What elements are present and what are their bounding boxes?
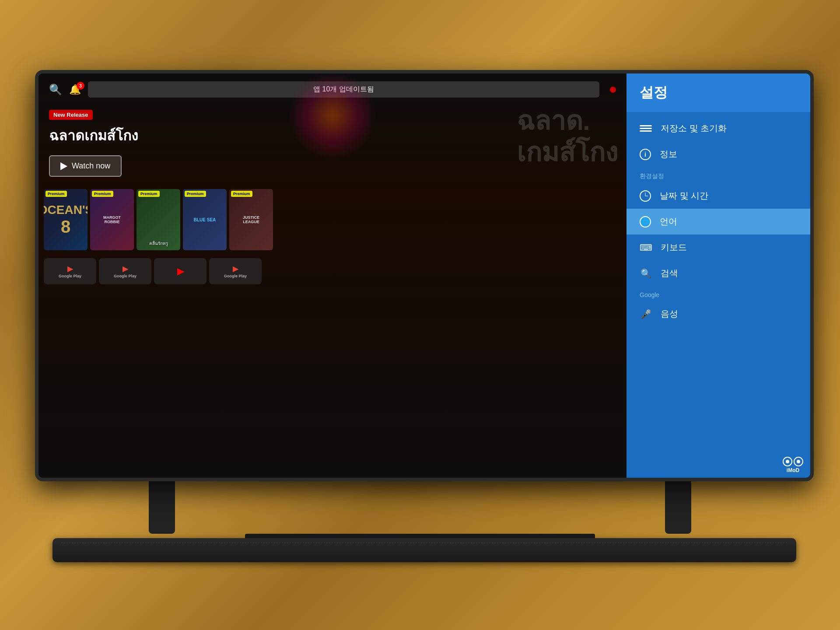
red-dot — [610, 87, 616, 93]
settings-menu: 저장소 및 초기화 i 정보 환경설정 날짜 및 — [626, 112, 810, 452]
imod-icon-left — [783, 457, 792, 466]
clock-icon — [640, 190, 651, 202]
movie-title-3: คลื่นรักทรู — [138, 240, 178, 247]
settings-title: 설정 — [640, 83, 797, 102]
movie-thumb-4[interactable]: BLUE SEA Premium — [183, 189, 227, 250]
soundbar — [52, 538, 796, 562]
app-tile-2[interactable]: ▶ Google Play — [99, 258, 151, 284]
storage-label: 저장소 및 초기화 — [661, 122, 727, 134]
language-label: 언어 — [660, 216, 677, 228]
movie-thumb-5[interactable]: JUSTICELEAGUE Premium — [229, 189, 273, 250]
voice-label: 음성 — [661, 308, 678, 320]
search-icon[interactable]: 🔍 — [49, 84, 62, 96]
settings-item-info[interactable]: i 정보 — [626, 141, 810, 167]
premium-badge-1: Premium — [46, 191, 67, 197]
settings-panel: 설정 저장소 및 초기화 i — [626, 74, 810, 478]
movie-thumb-bg-4: BLUE SEA — [183, 189, 227, 250]
app-label-4: Google Play — [224, 274, 247, 278]
premium-badge-4: Premium — [185, 191, 206, 197]
app-label-1: Google Play — [59, 274, 81, 278]
hero-bg-text: ฉลาด. เกมส์โกง — [517, 105, 618, 168]
top-bar: 🔍 🔔 3 앱 10개 업데이트됨 — [38, 74, 626, 105]
premium-badge-2: Premium — [92, 191, 113, 197]
info-label: 정보 — [660, 148, 677, 160]
app-label-2: Google Play — [114, 274, 136, 278]
notification-badge: 3 — [77, 82, 84, 90]
info-icon: i — [640, 149, 651, 160]
watch-now-button[interactable]: Watch now — [49, 155, 122, 177]
imod-icon-right — [794, 457, 803, 466]
new-release-badge: New Release — [49, 110, 93, 120]
premium-badge-3: Premium — [138, 191, 160, 197]
globe-icon: 🌐 — [640, 216, 651, 228]
movie-thumb-bg-1: OCEAN'S8 — [44, 189, 88, 250]
imod-watermark: iMoD — [783, 457, 803, 473]
app-tile-4[interactable]: ▶ Google Play — [209, 258, 262, 284]
update-text: 앱 10개 업데이트됨 — [313, 85, 374, 93]
movie-thumb-2[interactable]: MARGOTROBBIE Premium — [90, 189, 134, 250]
movie-thumb-bg-5: JUSTICELEAGUE — [229, 189, 273, 250]
settings-item-language[interactable]: 🌐 언어 — [626, 209, 810, 234]
movies-row: OCEAN'S8 Premium MARGOTROBBIE Premium Pr… — [38, 186, 626, 254]
hero-section: New Release ฉลาดเกมส์โกง ฉลาด. เกมส์โกง … — [38, 105, 626, 186]
movie-thumb-bg-2: MARGOTROBBIE — [90, 189, 134, 250]
settings-item-search[interactable]: 🔍 검색 — [626, 260, 810, 286]
notification-bell[interactable]: 🔔 3 — [69, 84, 81, 95]
premium-badge-5: Premium — [231, 191, 252, 197]
imod-logo-icons — [783, 457, 803, 466]
apps-row: ▶ Google Play ▶ Google Play ▶ ▶ — [38, 256, 626, 287]
settings-item-storage[interactable]: 저장소 및 초기화 — [626, 116, 810, 141]
movie-thumb-3[interactable]: Premium คลื่นรักทรู — [136, 189, 180, 250]
microphone-icon: 🎤 — [640, 309, 652, 319]
tv-frame: 🔍 🔔 3 앱 10개 업데이트됨 New Release ฉลาดเกมส์โ… — [35, 70, 814, 481]
section-environment-label: 환경설정 — [626, 167, 810, 183]
imod-container: iMoD — [626, 452, 810, 478]
keyboard-icon: ⌨ — [640, 242, 652, 253]
movie-thumb-1[interactable]: OCEAN'S8 Premium — [44, 189, 88, 250]
settings-header: 설정 — [626, 74, 810, 112]
tv-stand-right — [665, 481, 691, 534]
datetime-label: 날짜 및 시간 — [660, 190, 708, 202]
play-icon — [60, 162, 67, 170]
update-bar: 앱 10개 업데이트됨 — [88, 81, 599, 98]
search-label: 검색 — [661, 267, 678, 279]
keyboard-label: 키보드 — [661, 242, 687, 253]
search-settings-icon: 🔍 — [640, 268, 652, 279]
app-tile-3[interactable]: ▶ — [154, 258, 206, 284]
tv-screen: 🔍 🔔 3 앱 10개 업데이트됨 New Release ฉลาดเกมส์โ… — [38, 74, 810, 478]
settings-item-voice[interactable]: 🎤 음성 — [626, 301, 810, 327]
settings-item-datetime[interactable]: 날짜 및 시간 — [626, 183, 810, 209]
settings-item-keyboard[interactable]: ⌨ 키보드 — [626, 234, 810, 260]
hero-bg-line2: เกมส์โกง — [517, 137, 618, 168]
section-google-label: Google — [626, 286, 810, 301]
storage-icon — [640, 125, 652, 132]
watch-now-label: Watch now — [72, 161, 110, 171]
hero-bg-line1: ฉลาด. — [517, 105, 618, 137]
imod-text: iMoD — [787, 467, 799, 473]
app-tile-1[interactable]: ▶ Google Play — [44, 258, 96, 284]
main-content: 🔍 🔔 3 앱 10개 업데이트됨 New Release ฉลาดเกมส์โ… — [38, 74, 626, 478]
tv-stand-left — [149, 481, 175, 534]
